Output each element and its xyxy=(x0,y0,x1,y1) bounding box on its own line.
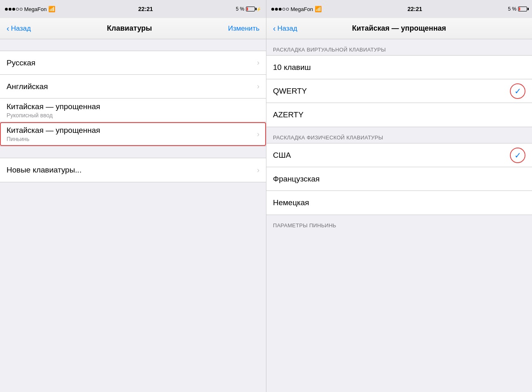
dot3 xyxy=(12,8,15,11)
rdot4 xyxy=(282,8,285,11)
dot2 xyxy=(9,8,11,11)
battery-pct-left: 5 % xyxy=(236,6,244,12)
virtual-layout-group: 10 клавиш QWERTY ✓ AZERTY xyxy=(266,55,532,127)
time-right: 22:21 xyxy=(408,6,422,12)
dot5 xyxy=(20,8,23,11)
physical-section-header: РАСКЛАДКА ФИЗИЧЕСКОЙ КЛАВИАТУРЫ xyxy=(266,127,532,143)
back-label-right: Назад xyxy=(277,25,298,33)
bolt-left: ⚡ xyxy=(256,7,261,11)
new-keyboards-group: Новые клавиатуры... › xyxy=(0,158,266,182)
layout-row-10keys[interactable]: 10 клавиш xyxy=(266,56,532,79)
carrier-signal-left: MegaFon 📶 xyxy=(5,6,55,12)
carrier-label-right: MegaFon xyxy=(291,6,313,12)
layout-title-qwerty: QWERTY xyxy=(273,87,307,96)
battery-pct-right: 5 % xyxy=(508,6,516,12)
right-content: РАСКЛАДКА ВИРТУАЛЬНОЙ КЛАВИАТУРЫ 10 клав… xyxy=(266,39,532,392)
nav-title-left: Клавиатуры xyxy=(107,24,152,33)
rdot3 xyxy=(279,8,282,11)
battery-icon-left: ⚡ xyxy=(246,7,261,11)
spacer-mid-left xyxy=(0,146,266,158)
keyboard-title-ch1: Китайская — упрощенная xyxy=(7,102,100,111)
carrier-label-left: MegaFon xyxy=(24,6,47,12)
layout-row-german[interactable]: Немецкая xyxy=(266,191,532,215)
virtual-section-header: РАСКЛАДКА ВИРТУАЛЬНОЙ КЛАВИАТУРЫ xyxy=(266,39,532,55)
back-chevron-left: ‹ xyxy=(7,24,9,33)
wifi-icon-right: 📶 xyxy=(315,6,322,12)
checkmark-usa: ✓ xyxy=(510,148,525,163)
layout-row-usa[interactable]: США ✓ xyxy=(266,143,532,167)
keyboard-row-angliiskaya[interactable]: Английская › xyxy=(0,75,266,99)
keyboard-list: Русская › Английская › Китайская — упрощ… xyxy=(0,51,266,146)
back-label-left: Назад xyxy=(11,25,31,33)
signal-dots-left xyxy=(5,8,23,11)
nav-bar-right: ‹ Назад Китайская — упрощенная xyxy=(266,18,532,39)
layout-row-qwerty[interactable]: QWERTY ✓ xyxy=(266,79,532,103)
params-section-header: ПАРАМЕТРЫ ПИНЬИНЬ xyxy=(266,215,532,231)
keyboard-row-chinese-handwriting[interactable]: Китайская — упрощенная Рукописный ввод xyxy=(0,99,266,122)
left-content: Русская › Английская › Китайская — упрощ… xyxy=(0,39,266,392)
status-bar-right: MegaFon 📶 22:21 5 % xyxy=(266,0,532,18)
new-keyboards-title: Новые клавиатуры... xyxy=(7,166,81,175)
layout-title-azerty: AZERTY xyxy=(273,110,304,119)
layout-title-german: Немецкая xyxy=(273,198,309,207)
chevron-russkaya: › xyxy=(257,58,259,67)
signal-dots-right xyxy=(271,8,289,11)
edit-button-left[interactable]: Изменить xyxy=(228,25,259,33)
nav-title-right: Китайская — упрощенная xyxy=(352,24,446,33)
right-panel: MegaFon 📶 22:21 5 % ‹ Назад Китайская — … xyxy=(266,0,532,392)
chevron-ch2: › xyxy=(257,130,259,139)
battery-group-right: 5 % xyxy=(508,6,527,12)
keyboard-title-angliiskaya: Английская xyxy=(7,82,48,91)
rdot5 xyxy=(286,8,289,11)
battery-icon-right xyxy=(518,7,527,11)
checkmark-qwerty: ✓ xyxy=(510,83,525,99)
chevron-angliiskaya: › xyxy=(257,82,259,91)
keyboard-row-chinese-pinyin[interactable]: Китайская — упрощенная Пиньинь › xyxy=(0,122,266,146)
nav-bar-left: ‹ Назад Клавиатуры Изменить xyxy=(0,18,266,39)
layout-row-french[interactable]: Французская xyxy=(266,167,532,191)
new-keyboards-row[interactable]: Новые клавиатуры... › xyxy=(0,158,266,182)
layout-row-azerty[interactable]: AZERTY xyxy=(266,103,532,127)
chevron-new: › xyxy=(257,166,259,175)
back-chevron-right: ‹ xyxy=(273,24,276,33)
layout-title-10keys: 10 клавиш xyxy=(273,63,311,72)
back-button-left[interactable]: ‹ Назад xyxy=(7,24,31,33)
status-bar-left: MegaFon 📶 22:21 5 % ⚡ xyxy=(0,0,266,18)
keyboard-row-russkaya[interactable]: Русская › xyxy=(0,51,266,75)
rdot1 xyxy=(271,8,274,11)
time-left: 22:21 xyxy=(138,6,153,12)
keyboard-subtitle-ch2: Пиньинь xyxy=(7,136,100,142)
spacer-top-left xyxy=(0,39,266,51)
back-button-right[interactable]: ‹ Назад xyxy=(273,24,297,33)
keyboard-title-russkaya: Русская xyxy=(7,58,36,67)
layout-title-french: Французская xyxy=(273,175,320,184)
rdot2 xyxy=(275,8,278,11)
keyboard-subtitle-ch1: Рукописный ввод xyxy=(7,112,100,119)
wifi-icon-left: 📶 xyxy=(48,6,55,12)
carrier-signal-right: MegaFon 📶 xyxy=(271,6,322,12)
keyboard-title-ch2: Китайская — упрощенная xyxy=(7,126,100,135)
dot1 xyxy=(5,8,8,11)
left-panel: MegaFon 📶 22:21 5 % ⚡ ‹ Назад Клавиатуры… xyxy=(0,0,266,392)
physical-layout-group: США ✓ Французская Немецкая xyxy=(266,143,532,215)
battery-group-left: 5 % ⚡ xyxy=(236,6,261,12)
layout-title-usa: США xyxy=(273,151,291,160)
dot4 xyxy=(16,8,19,11)
